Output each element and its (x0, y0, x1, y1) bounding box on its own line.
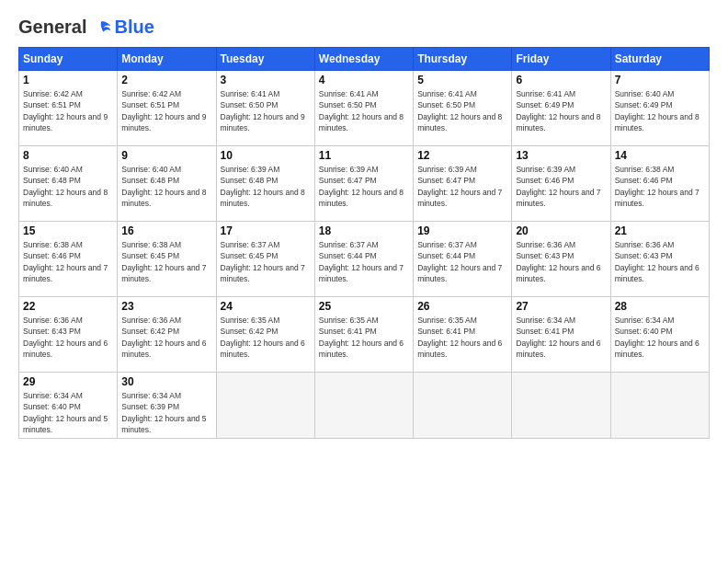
weekday-header-saturday: Saturday (610, 48, 709, 71)
day-cell: 20Sunrise: 6:36 AMSunset: 6:43 PMDayligh… (512, 222, 610, 297)
day-cell: 23Sunrise: 6:36 AMSunset: 6:42 PMDayligh… (118, 297, 216, 373)
day-cell: 9Sunrise: 6:40 AMSunset: 6:48 PMDaylight… (118, 146, 216, 222)
weekday-header-wednesday: Wednesday (314, 48, 413, 71)
day-number: 15 (23, 224, 113, 237)
week-row-3: 15Sunrise: 6:38 AMSunset: 6:46 PMDayligh… (19, 222, 710, 297)
day-number: 1 (23, 74, 113, 86)
day-number: 5 (417, 74, 507, 86)
day-cell: 2Sunrise: 6:42 AMSunset: 6:51 PMDaylight… (118, 71, 216, 146)
day-number: 25 (319, 300, 409, 313)
day-number: 29 (23, 375, 113, 388)
weekday-header-friday: Friday (512, 48, 610, 71)
day-detail: Sunrise: 6:40 AMSunset: 6:48 PMDaylight:… (121, 164, 211, 209)
page: General Blue SundayMondayTuesdayWednesda… (0, 0, 728, 563)
day-detail: Sunrise: 6:39 AMSunset: 6:47 PMDaylight:… (417, 164, 507, 209)
weekday-header-tuesday: Tuesday (216, 48, 314, 71)
logo: General Blue (18, 17, 154, 38)
day-number: 28 (615, 300, 705, 313)
day-detail: Sunrise: 6:35 AMSunset: 6:42 PMDaylight:… (221, 315, 311, 360)
day-number: 18 (319, 224, 409, 237)
day-number: 6 (516, 74, 606, 86)
day-number: 10 (221, 149, 311, 162)
day-cell (512, 373, 610, 439)
day-number: 16 (121, 224, 211, 237)
day-cell: 3Sunrise: 6:41 AMSunset: 6:50 PMDaylight… (216, 71, 314, 146)
day-detail: Sunrise: 6:38 AMSunset: 6:46 PMDaylight:… (23, 239, 113, 284)
day-detail: Sunrise: 6:40 AMSunset: 6:49 PMDaylight:… (615, 88, 705, 133)
day-number: 13 (516, 149, 606, 162)
day-number: 17 (221, 224, 311, 237)
day-cell: 26Sunrise: 6:35 AMSunset: 6:41 PMDayligh… (414, 297, 512, 373)
day-detail: Sunrise: 6:34 AMSunset: 6:39 PMDaylight:… (121, 390, 211, 435)
day-cell: 6Sunrise: 6:41 AMSunset: 6:49 PMDaylight… (512, 71, 610, 146)
day-number: 24 (221, 300, 311, 313)
day-cell: 21Sunrise: 6:36 AMSunset: 6:43 PMDayligh… (610, 222, 709, 297)
logo-general: General (18, 17, 86, 38)
day-detail: Sunrise: 6:36 AMSunset: 6:43 PMDaylight:… (516, 239, 606, 284)
weekday-header-monday: Monday (118, 48, 216, 71)
day-cell: 8Sunrise: 6:40 AMSunset: 6:48 PMDaylight… (19, 146, 118, 222)
day-number: 2 (121, 74, 211, 86)
day-number: 11 (319, 149, 409, 162)
day-detail: Sunrise: 6:36 AMSunset: 6:43 PMDaylight:… (23, 315, 113, 360)
logo-blue: Blue (114, 17, 154, 38)
day-cell (610, 373, 709, 439)
weekday-header-sunday: Sunday (19, 48, 118, 71)
day-number: 23 (121, 300, 211, 313)
day-detail: Sunrise: 6:42 AMSunset: 6:51 PMDaylight:… (23, 88, 113, 133)
day-number: 9 (121, 149, 211, 162)
week-row-2: 8Sunrise: 6:40 AMSunset: 6:48 PMDaylight… (19, 146, 710, 222)
day-detail: Sunrise: 6:39 AMSunset: 6:47 PMDaylight:… (319, 164, 409, 209)
day-number: 7 (615, 74, 705, 86)
day-cell: 11Sunrise: 6:39 AMSunset: 6:47 PMDayligh… (314, 146, 413, 222)
day-detail: Sunrise: 6:41 AMSunset: 6:50 PMDaylight:… (319, 88, 409, 133)
week-row-1: 1Sunrise: 6:42 AMSunset: 6:51 PMDaylight… (19, 71, 710, 146)
day-detail: Sunrise: 6:42 AMSunset: 6:51 PMDaylight:… (121, 88, 211, 133)
day-cell: 16Sunrise: 6:38 AMSunset: 6:45 PMDayligh… (118, 222, 216, 297)
day-detail: Sunrise: 6:37 AMSunset: 6:45 PMDaylight:… (221, 239, 311, 284)
day-number: 27 (516, 300, 606, 313)
day-cell: 24Sunrise: 6:35 AMSunset: 6:42 PMDayligh… (216, 297, 314, 373)
day-detail: Sunrise: 6:36 AMSunset: 6:43 PMDaylight:… (615, 239, 705, 284)
day-number: 19 (417, 224, 507, 237)
day-number: 26 (417, 300, 507, 313)
day-cell: 1Sunrise: 6:42 AMSunset: 6:51 PMDaylight… (19, 71, 118, 146)
day-number: 21 (615, 224, 705, 237)
day-cell: 12Sunrise: 6:39 AMSunset: 6:47 PMDayligh… (414, 146, 512, 222)
day-detail: Sunrise: 6:41 AMSunset: 6:49 PMDaylight:… (516, 88, 606, 133)
day-detail: Sunrise: 6:37 AMSunset: 6:44 PMDaylight:… (319, 239, 409, 284)
day-detail: Sunrise: 6:34 AMSunset: 6:40 PMDaylight:… (615, 315, 705, 360)
day-cell (314, 373, 413, 439)
day-detail: Sunrise: 6:39 AMSunset: 6:48 PMDaylight:… (221, 164, 311, 209)
day-detail: Sunrise: 6:41 AMSunset: 6:50 PMDaylight:… (221, 88, 311, 133)
day-cell: 14Sunrise: 6:38 AMSunset: 6:46 PMDayligh… (610, 146, 709, 222)
day-detail: Sunrise: 6:37 AMSunset: 6:44 PMDaylight:… (417, 239, 507, 284)
day-detail: Sunrise: 6:35 AMSunset: 6:41 PMDaylight:… (319, 315, 409, 360)
weekday-header-row: SundayMondayTuesdayWednesdayThursdayFrid… (19, 48, 710, 71)
day-cell: 7Sunrise: 6:40 AMSunset: 6:49 PMDaylight… (610, 71, 709, 146)
day-cell: 10Sunrise: 6:39 AMSunset: 6:48 PMDayligh… (216, 146, 314, 222)
day-cell: 30Sunrise: 6:34 AMSunset: 6:39 PMDayligh… (118, 373, 216, 439)
day-number: 3 (221, 74, 311, 86)
day-cell: 13Sunrise: 6:39 AMSunset: 6:46 PMDayligh… (512, 146, 610, 222)
weekday-header-thursday: Thursday (414, 48, 512, 71)
day-cell: 4Sunrise: 6:41 AMSunset: 6:50 PMDaylight… (314, 71, 413, 146)
week-row-5: 29Sunrise: 6:34 AMSunset: 6:40 PMDayligh… (19, 373, 710, 439)
day-number: 20 (516, 224, 606, 237)
day-cell: 19Sunrise: 6:37 AMSunset: 6:44 PMDayligh… (414, 222, 512, 297)
day-number: 8 (23, 149, 113, 162)
day-cell: 5Sunrise: 6:41 AMSunset: 6:50 PMDaylight… (414, 71, 512, 146)
day-detail: Sunrise: 6:39 AMSunset: 6:46 PMDaylight:… (516, 164, 606, 209)
calendar-table: SundayMondayTuesdayWednesdayThursdayFrid… (18, 47, 710, 439)
day-detail: Sunrise: 6:41 AMSunset: 6:50 PMDaylight:… (417, 88, 507, 133)
day-detail: Sunrise: 6:34 AMSunset: 6:40 PMDaylight:… (23, 390, 113, 435)
day-number: 12 (417, 149, 507, 162)
day-cell (216, 373, 314, 439)
day-cell: 28Sunrise: 6:34 AMSunset: 6:40 PMDayligh… (610, 297, 709, 373)
day-detail: Sunrise: 6:36 AMSunset: 6:42 PMDaylight:… (121, 315, 211, 360)
week-row-4: 22Sunrise: 6:36 AMSunset: 6:43 PMDayligh… (19, 297, 710, 373)
day-number: 30 (121, 375, 211, 388)
header: General Blue (18, 17, 710, 38)
day-cell: 27Sunrise: 6:34 AMSunset: 6:41 PMDayligh… (512, 297, 610, 373)
day-number: 14 (615, 149, 705, 162)
